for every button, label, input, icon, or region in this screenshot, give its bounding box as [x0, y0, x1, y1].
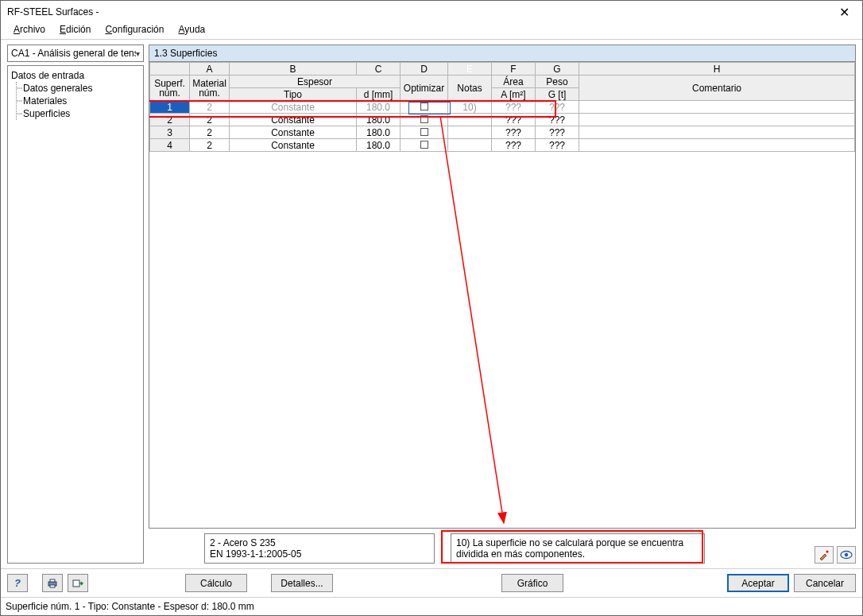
table-row[interactable]: 4 2 Constante 180.0 ??? ???	[150, 139, 855, 152]
surfaces-grid[interactable]: A B C D E F G H Superf.núm. Materialnúm.…	[149, 61, 856, 529]
grafico-button[interactable]: Gráfico	[501, 574, 563, 592]
pick-icon[interactable]	[815, 546, 834, 564]
detalles-button[interactable]: Detalles...	[271, 574, 333, 592]
note-info-box: 10) La superficie no se calculará porque…	[451, 533, 705, 564]
table-row[interactable]: 1 2 Constante 180.0 10) ??? ???	[150, 101, 855, 114]
combo-value: CA1 - Análisis general de tensio	[11, 48, 136, 59]
grid-letters-row: A B C D E F G H	[150, 63, 855, 76]
svg-rect-8	[73, 580, 79, 587]
tree-item-datos-generales[interactable]: ┄Datos generales	[17, 82, 141, 95]
tree-item-superficies[interactable]: ┄Superficies	[17, 107, 141, 120]
cancelar-button[interactable]: Cancelar	[794, 574, 856, 592]
eye-icon[interactable]	[837, 546, 856, 564]
svg-rect-6	[50, 579, 55, 582]
window-title: RF-STEEL Surfaces -	[7, 6, 826, 17]
menu-file[interactable]: Archivo	[7, 22, 52, 37]
info-row: 2 - Acero S 235 EN 1993-1-1:2005-05 10) …	[149, 533, 856, 564]
help-icon[interactable]: ?	[7, 574, 28, 592]
svg-point-4	[845, 553, 848, 556]
menu-config[interactable]: Configuración	[99, 22, 170, 37]
grid-header-row1: Superf.núm. Materialnúm. Espesor Optimiz…	[150, 76, 855, 88]
calculo-button[interactable]: Cálculo	[185, 574, 247, 592]
checkbox-icon[interactable]	[420, 141, 428, 149]
export-icon[interactable]	[68, 574, 88, 592]
nav-tree: Datos de entrada ┄Datos generales ┄Mater…	[7, 65, 144, 564]
menu-help[interactable]: Ayuda	[172, 22, 211, 37]
svg-point-2	[826, 551, 829, 553]
chevron-down-icon: ▾	[136, 49, 140, 58]
svg-line-1	[440, 116, 504, 523]
bottom-bar: ? Cálculo Detalles... Gráfico Aceptar Ca…	[1, 568, 862, 597]
aceptar-button[interactable]: Aceptar	[727, 574, 789, 592]
load-case-combo[interactable]: CA1 - Análisis general de tensio ▾	[7, 45, 144, 62]
status-bar: Superficie núm. 1 - Tipo: Constante - Es…	[1, 597, 862, 615]
material-info-box: 2 - Acero S 235 EN 1993-1-1:2005-05	[204, 533, 435, 564]
print-icon[interactable]	[42, 574, 63, 592]
menubar: Archivo Edición Configuración Ayuda	[1, 23, 862, 39]
table-row[interactable]: 3 2 Constante 180.0 ??? ???	[150, 126, 855, 139]
menu-edit[interactable]: Edición	[53, 22, 97, 37]
checkbox-icon[interactable]	[420, 115, 428, 123]
table-row[interactable]: 2 2 Constante 180.0 ??? ???	[150, 114, 855, 126]
checkbox-icon[interactable]	[420, 128, 428, 136]
tree-root[interactable]: Datos de entrada	[10, 69, 141, 82]
tree-item-materiales[interactable]: ┄Materiales	[17, 95, 141, 107]
section-title: 1.3 Superficies	[149, 45, 856, 61]
svg-rect-7	[50, 585, 55, 587]
titlebar: RF-STEEL Surfaces - ✕	[1, 1, 862, 23]
close-icon[interactable]: ✕	[826, 1, 862, 23]
checkbox-icon[interactable]	[420, 103, 428, 110]
